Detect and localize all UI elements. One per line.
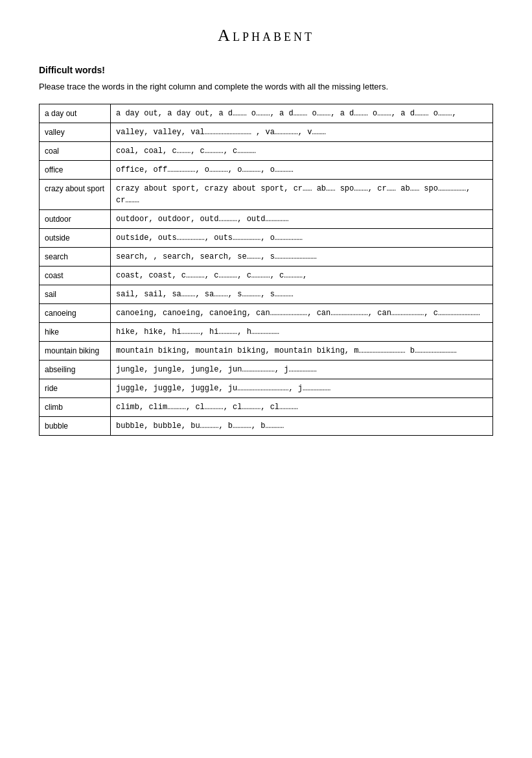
word-table: a day outa day out, a day out, a d……… o…… [39,104,493,436]
word-cell: search [40,247,111,266]
trace-cell: outdoor, outdoor, outd…………, outd…………… [111,209,493,228]
word-cell: valley [40,123,111,141]
word-cell: bubble [40,416,111,435]
word-cell: outdoor [40,209,111,228]
word-cell: outside [40,228,111,247]
table-row: abseilingjungle, jungle, jungle, jun…………… [40,360,493,379]
page-title: Alphabent [39,26,493,45]
word-cell: canoeing [40,303,111,322]
trace-cell: jungle, jungle, jungle, jun…………………, j………… [111,360,493,379]
word-cell: hike [40,322,111,341]
table-row: hikehike, hike, hi…………, hi…………, h……………… [40,322,493,341]
trace-cell: coal, coal, c………, c…………, c………… [111,141,493,160]
table-row: coastcoast, coast, c…………, c…………, c…………, … [40,266,493,285]
table-row: a day outa day out, a day out, a d……… o…… [40,104,493,123]
trace-cell: sail, sail, sa………, sa………, s…………, s………… [111,285,493,303]
word-cell: mountain biking [40,341,111,360]
trace-cell: coast, coast, c…………, c…………, c…………, c…………… [111,266,493,285]
trace-cell: a day out, a day out, a d……… o………, a d……… [111,104,493,123]
table-row: coalcoal, coal, c………, c…………, c………… [40,141,493,160]
word-cell: a day out [40,104,111,123]
word-cell: sail [40,285,111,303]
trace-cell: search, , search, search, se………, s………………… [111,247,493,266]
section-header: Difficult words! [39,65,493,75]
table-row: outdooroutdoor, outdoor, outd…………, outd…… [40,209,493,228]
table-row: mountain bikingmountain biking, mountain… [40,341,493,360]
trace-cell: climb, clim…………, cl…………, cl…………, cl………… [111,397,493,416]
table-row: climbclimb, clim…………, cl…………, cl…………, cl… [40,397,493,416]
trace-cell: crazy about sport, crazy about sport, cr… [111,179,493,209]
table-row: officeoffice, off………………, o…………, o…………, o… [40,160,493,179]
table-row: ridejuggle, juggle, juggle, ju…………………………… [40,379,493,397]
table-row: canoeingcanoeing, canoeing, canoeing, ca… [40,303,493,322]
trace-cell: outside, outs………………, outs………………, o……………… [111,228,493,247]
trace-cell: office, off………………, o…………, o…………, o………… [111,160,493,179]
word-cell: office [40,160,111,179]
table-row: outsideoutside, outs………………, outs………………, … [40,228,493,247]
word-cell: ride [40,379,111,397]
trace-cell: hike, hike, hi…………, hi…………, h……………… [111,322,493,341]
word-cell: abseiling [40,360,111,379]
table-row: crazy about sportcrazy about sport, craz… [40,179,493,209]
table-row: bubblebubble, bubble, bu…………, b…………, b……… [40,416,493,435]
trace-cell: canoeing, canoeing, canoeing, can…………………… [111,303,493,322]
word-cell: climb [40,397,111,416]
table-row: sailsail, sail, sa………, sa………, s…………, s……… [40,285,493,303]
word-cell: coal [40,141,111,160]
word-cell: crazy about sport [40,179,111,209]
trace-cell: mountain biking, mountain biking, mounta… [111,341,493,360]
instructions: Please trace the words in the right colu… [39,80,493,93]
trace-cell: valley, valley, val………………………… , va……………,… [111,123,493,141]
table-row: valleyvalley, valley, val………………………… , va… [40,123,493,141]
trace-cell: bubble, bubble, bu…………, b…………, b………… [111,416,493,435]
table-row: searchsearch, , search, search, se………, s… [40,247,493,266]
word-cell: coast [40,266,111,285]
trace-cell: juggle, juggle, juggle, ju……………………………, j… [111,379,493,397]
